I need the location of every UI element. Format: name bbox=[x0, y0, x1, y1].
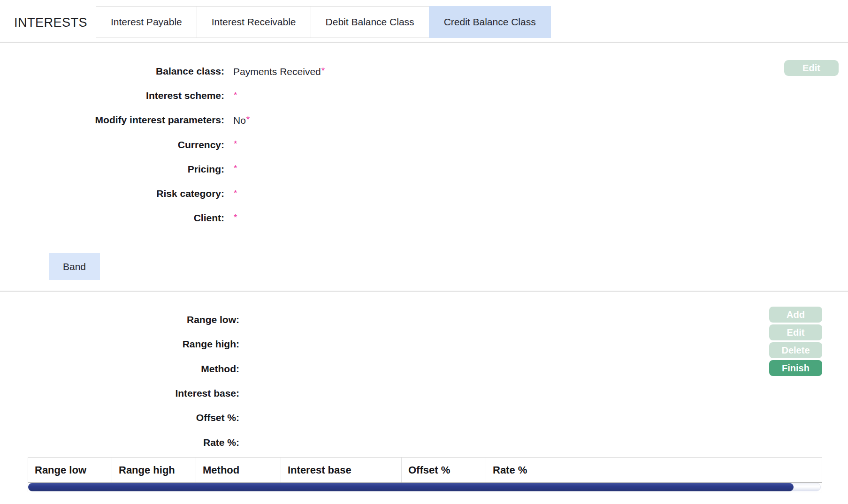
tab-credit-balance-class[interactable]: Credit Balance Class bbox=[429, 6, 551, 38]
column-header-range-low: Range low bbox=[28, 458, 112, 482]
tab-label: Interest Receivable bbox=[212, 16, 296, 28]
field-label: Range high: bbox=[0, 339, 239, 350]
band-table-header: Range lowRange highMethodInterest baseOf… bbox=[28, 458, 822, 482]
band-field-method: Method: bbox=[0, 357, 329, 381]
field-client: Client: * bbox=[0, 206, 469, 230]
field-value: * bbox=[233, 212, 237, 224]
button-label: Finish bbox=[782, 363, 810, 373]
band-field-range-high: Range high: bbox=[0, 332, 329, 356]
field-value: * bbox=[233, 163, 237, 175]
field-label: Offset %: bbox=[0, 412, 239, 423]
band-field-interest-base: Interest base: bbox=[0, 381, 329, 406]
band-form: Range low: Range high: Method: Interest … bbox=[0, 308, 329, 455]
field-pricing: Pricing: * bbox=[0, 157, 469, 181]
button-label: Delete bbox=[781, 345, 810, 355]
band-section-divider bbox=[0, 291, 848, 292]
band-field-rate: Rate %: bbox=[0, 430, 329, 454]
edit-button[interactable]: Edit bbox=[784, 60, 839, 76]
field-modify-interest-parameters: Modify interest parameters: No* bbox=[0, 108, 469, 132]
band-tab[interactable]: Band bbox=[49, 253, 100, 280]
finish-button[interactable]: Finish bbox=[769, 360, 822, 376]
tab-bar: Interest PayableInterest ReceivableDebit… bbox=[96, 6, 551, 38]
credit-balance-class-form: Balance class: Payments Received* Intere… bbox=[0, 59, 469, 230]
horizontal-scrollbar[interactable] bbox=[28, 482, 822, 492]
field-label: Interest base: bbox=[0, 388, 239, 399]
required-asterisk: * bbox=[234, 90, 237, 100]
scrollbar-thumb[interactable] bbox=[28, 483, 794, 491]
field-label: Range low: bbox=[0, 314, 239, 325]
column-header-range-high: Range high bbox=[112, 458, 196, 482]
field-label: Currency: bbox=[0, 139, 224, 150]
tab-label: Credit Balance Class bbox=[444, 16, 536, 28]
field-label: Rate %: bbox=[0, 437, 239, 448]
field-value: * bbox=[233, 90, 237, 102]
field-label: Risk category: bbox=[0, 188, 224, 199]
band-table: Range lowRange highMethodInterest baseOf… bbox=[28, 457, 822, 492]
field-balance-class: Balance class: Payments Received* bbox=[0, 59, 469, 83]
required-asterisk: * bbox=[234, 188, 237, 198]
tab-label: Debit Balance Class bbox=[326, 16, 414, 28]
field-interest-scheme: Interest scheme: * bbox=[0, 83, 469, 108]
field-label: Pricing: bbox=[0, 164, 224, 175]
required-asterisk: * bbox=[321, 66, 325, 75]
column-header-rate: Rate % bbox=[486, 458, 822, 482]
band-tab-label: Band bbox=[63, 261, 86, 272]
column-header-offset: Offset % bbox=[401, 458, 486, 482]
field-label: Client: bbox=[0, 212, 224, 224]
interests-page: INTERESTS Interest PayableInterest Recei… bbox=[0, 0, 848, 504]
required-asterisk: * bbox=[234, 139, 237, 149]
field-value: * bbox=[233, 139, 237, 150]
column-header-interest-base: Interest base bbox=[281, 458, 401, 482]
button-label: Edit bbox=[787, 327, 805, 338]
tab-debit-balance-class[interactable]: Debit Balance Class bbox=[311, 6, 429, 38]
required-asterisk: * bbox=[234, 163, 237, 173]
field-label: Modify interest parameters: bbox=[0, 114, 224, 126]
band-field-offset: Offset %: bbox=[0, 406, 329, 430]
band-action-buttons: AddEditDeleteFinish bbox=[769, 307, 822, 376]
page-title: INTERESTS bbox=[14, 15, 87, 30]
add-button[interactable]: Add bbox=[769, 307, 822, 323]
required-asterisk: * bbox=[246, 114, 250, 124]
field-currency: Currency: * bbox=[0, 133, 469, 157]
tab-interest-payable[interactable]: Interest Payable bbox=[96, 6, 197, 38]
field-risk-category: Risk category: * bbox=[0, 181, 469, 206]
field-label: Method: bbox=[0, 363, 239, 375]
field-value: Payments Received* bbox=[233, 66, 325, 77]
header-divider bbox=[0, 42, 848, 43]
band-field-range-low: Range low: bbox=[0, 308, 329, 332]
tab-label: Interest Payable bbox=[111, 16, 182, 28]
button-label: Add bbox=[787, 309, 805, 320]
field-label: Balance class: bbox=[0, 66, 224, 77]
field-label: Interest scheme: bbox=[0, 90, 224, 101]
column-header-method: Method bbox=[196, 458, 281, 482]
delete-button[interactable]: Delete bbox=[769, 342, 822, 358]
field-value: No* bbox=[233, 114, 250, 126]
field-value: * bbox=[233, 188, 237, 200]
required-asterisk: * bbox=[234, 212, 237, 222]
edit-button[interactable]: Edit bbox=[769, 324, 822, 340]
tab-interest-receivable[interactable]: Interest Receivable bbox=[197, 6, 311, 38]
